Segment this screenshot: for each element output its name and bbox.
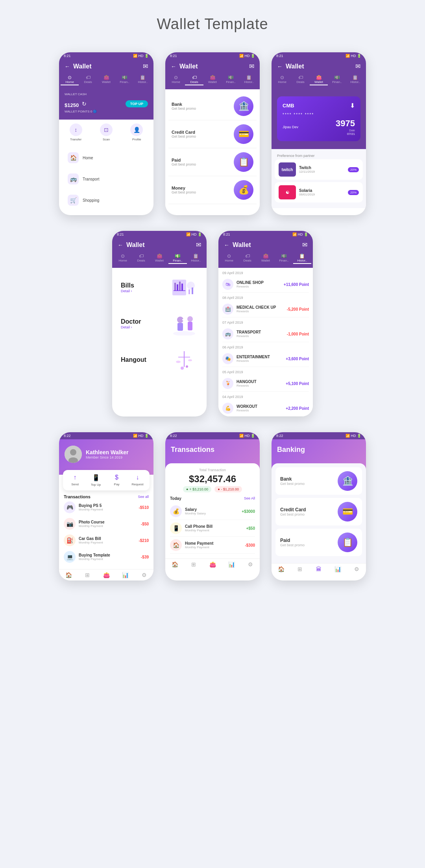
send-icon-3[interactable]: ✉	[355, 63, 360, 70]
history-entertainment[interactable]: 🎭 ENTERTAINMENT Rewards +3,600 Point	[222, 351, 309, 367]
pay-action[interactable]: $ Pay	[107, 474, 126, 487]
nav-tab-home-5[interactable]: ⊙Home	[220, 252, 238, 264]
finance-bills[interactable]: Bills Detail ›	[115, 271, 203, 304]
today-header: Today See All	[170, 496, 255, 501]
request-action[interactable]: ↓ Request	[128, 474, 147, 487]
nav-tab-histor-4[interactable]: 📋Histor..	[187, 252, 205, 264]
see-all-btn[interactable]: See all	[138, 495, 149, 499]
bottom-nav-settings-7[interactable]: ⚙	[241, 561, 260, 568]
history-hangout[interactable]: 🍹 HANGOUT Rewards +5,100 Point	[222, 376, 309, 392]
bottom-nav-grid-6[interactable]: ⊞	[78, 572, 97, 578]
refresh-icon[interactable]: ↻	[82, 101, 87, 107]
nav-tab-deals-4[interactable]: 🏷Deals	[132, 252, 150, 264]
nav-tab-finan-2[interactable]: 💵Finan..	[222, 74, 240, 85]
partner-solaria[interactable]: ☯ Solaria 06/01/2019 20%	[275, 182, 363, 203]
finance-hangout[interactable]: Hangout	[115, 343, 203, 376]
back-icon-5[interactable]: ←	[224, 242, 229, 248]
nav-tab-deals-5[interactable]: 🏷Deals	[238, 252, 256, 264]
nav-tab-wallet-5[interactable]: 👛Wallet	[257, 252, 275, 264]
nav-tab-wallet[interactable]: 👛Wallet	[97, 74, 115, 85]
nav-tab-wallet-4[interactable]: 👛Wallet	[150, 252, 168, 264]
nav-tab-deals-2[interactable]: 🏷Deals	[185, 74, 203, 85]
menu-home[interactable]: 🏠 Home	[62, 148, 150, 167]
history-medical[interactable]: 🏥 MEDICAL CHECK UP Rewards -5,200 Point	[222, 301, 309, 317]
nav-tab-home-3[interactable]: ⊙Home	[273, 74, 291, 85]
bottom-nav-chart-6[interactable]: 📊	[116, 572, 135, 578]
bottom-nav-home-7[interactable]: 🏠	[165, 561, 184, 568]
grid-nav-icon: ⊞	[85, 572, 90, 578]
history-transport[interactable]: 🚌 TRANSPORT Rewards -1,000 Point	[222, 326, 309, 342]
nav-tab-histor[interactable]: 📋Histor..	[134, 74, 152, 85]
bottom-nav-grid-8[interactable]: ⊞	[290, 566, 309, 572]
bottom-nav-chart-7[interactable]: 📊	[222, 561, 241, 568]
card-date: Date 07/21	[336, 129, 355, 136]
nav-tab-finan-5[interactable]: 💵Finan..	[275, 252, 293, 264]
send-icon-4[interactable]: ✉	[196, 241, 201, 249]
bottom-nav-home-8[interactable]: 🏠	[272, 566, 290, 572]
finance-doctor[interactable]: Doctor Detail ›	[115, 307, 203, 340]
finance-body: Bills Detail ›	[112, 268, 207, 383]
menu-shopping[interactable]: 🛒 Shopping	[62, 191, 150, 210]
partner-twitch[interactable]: twitch Twitch 12/11/2019 20%	[275, 159, 363, 180]
history-workout[interactable]: 💪 WORKOUT Rewards +2,200 Point	[222, 400, 309, 416]
nav-tab-wallet-3[interactable]: 👛Wallet	[310, 74, 328, 85]
scan-btn[interactable]: ⊡ Scan	[92, 123, 120, 141]
topup-button[interactable]: TOP UP	[126, 100, 148, 107]
banking-paid[interactable]: Paid Get best promo 📋	[275, 529, 362, 556]
trans-salary[interactable]: 💰 Salary Monthly Salary +$3000	[170, 503, 255, 520]
wallet-cash-label: WALLET CASH	[65, 92, 148, 96]
topup-action[interactable]: 📱 Top Up	[86, 474, 105, 487]
download-icon[interactable]: ⬇	[350, 102, 355, 109]
back-icon[interactable]: ←	[65, 63, 70, 70]
tx-buying-template[interactable]: 💻 Buying Template Monthly Payment -$39	[64, 549, 149, 565]
history-online-shop[interactable]: 🛍 ONLINE SHOP Rewards +11,600 Point	[222, 276, 309, 293]
bottom-nav-grid-7[interactable]: ⊞	[184, 561, 203, 568]
bottom-nav-settings-8[interactable]: ⚙	[347, 566, 366, 572]
nav-tab-wallet-2[interactable]: 👛Wallet	[203, 74, 222, 85]
deal-paid[interactable]: Paid Get best promo 📋	[168, 148, 257, 176]
bottom-nav-chart-8[interactable]: 📊	[328, 566, 347, 572]
send-icon[interactable]: ✉	[143, 63, 148, 70]
tx-photo-course[interactable]: 📷 Photo Course Monthly Payment -$50	[64, 516, 149, 532]
banking-credit-card[interactable]: Credit Card Get best promo 💳	[275, 498, 362, 525]
bottom-nav-home-6[interactable]: 🏠	[59, 572, 78, 578]
nav-tab-histor-5[interactable]: 📋Histor..	[293, 252, 311, 264]
bottom-nav-wallet-7[interactable]: 👛	[203, 561, 222, 568]
transfer-btn[interactable]: ↕ Transfer	[61, 123, 90, 141]
status-bar-2: 8:21 📶 HD 🔋	[165, 52, 260, 59]
nav-tab-home[interactable]: ⊙Home	[61, 74, 79, 85]
back-icon-4[interactable]: ←	[118, 242, 123, 248]
deal-credit-card[interactable]: Credit Card Get best promo 💳	[168, 120, 257, 148]
bills-illustration	[170, 276, 198, 299]
send-icon-5[interactable]: ✉	[302, 241, 307, 249]
card-holder: Jipau Dev	[283, 125, 298, 129]
svg-rect-10	[192, 287, 193, 294]
nav-tab-home-2[interactable]: ⊙Home	[167, 74, 185, 85]
trans-home-payment[interactable]: 🏠 Home Payment Monthly Payment -$300	[170, 537, 255, 554]
tx-car-gas[interactable]: ⛽ Car Gas Bill Monthly Payment -$210	[64, 532, 149, 549]
back-icon-3[interactable]: ←	[277, 63, 283, 70]
profile-btn[interactable]: 👤 Profile	[122, 123, 151, 141]
nav-tab-home-4[interactable]: ⊙Home	[114, 252, 132, 264]
deal-money[interactable]: Money Get best promo 💰	[168, 176, 257, 204]
menu-transport[interactable]: 🚌 Transport	[62, 170, 150, 188]
nav-tab-histor-2[interactable]: 📋Histor..	[240, 74, 258, 85]
nav-tab-deals[interactable]: 🏷Deals	[79, 74, 97, 85]
nav-tab-histor-3[interactable]: 📋Histor..	[346, 74, 364, 85]
trans-call-phone[interactable]: 📱 Call Phone Bill Monthly Payment +$50	[170, 520, 255, 537]
tx-buying-ps5[interactable]: 🎮 Buying PS 5 Monthly Payment -$510	[64, 499, 149, 516]
nav-tab-finan-3[interactable]: 💵Finan..	[328, 74, 346, 85]
bottom-nav-settings-6[interactable]: ⚙	[135, 572, 153, 578]
banking-bank[interactable]: Bank Get best promo 🏦	[275, 467, 362, 495]
nav-tab-finan[interactable]: 💵Finan..	[115, 74, 133, 85]
back-icon-2[interactable]: ←	[171, 63, 176, 70]
see-all-trans[interactable]: See All	[244, 496, 255, 501]
nav-tab-deals-3[interactable]: 🏷Deals	[291, 74, 309, 85]
send-icon-2[interactable]: ✉	[249, 63, 254, 70]
deal-bank[interactable]: Bank Get best promo 🏦	[168, 92, 257, 120]
bottom-nav-banking-8[interactable]: 🏛	[309, 566, 328, 572]
bottom-nav-wallet-6[interactable]: 👛	[97, 572, 116, 578]
send-action[interactable]: ↑ Send	[65, 474, 85, 487]
nav-tab-finan-4[interactable]: 💵Finan..	[168, 252, 187, 264]
wallet-amount: $1250	[65, 98, 79, 110]
